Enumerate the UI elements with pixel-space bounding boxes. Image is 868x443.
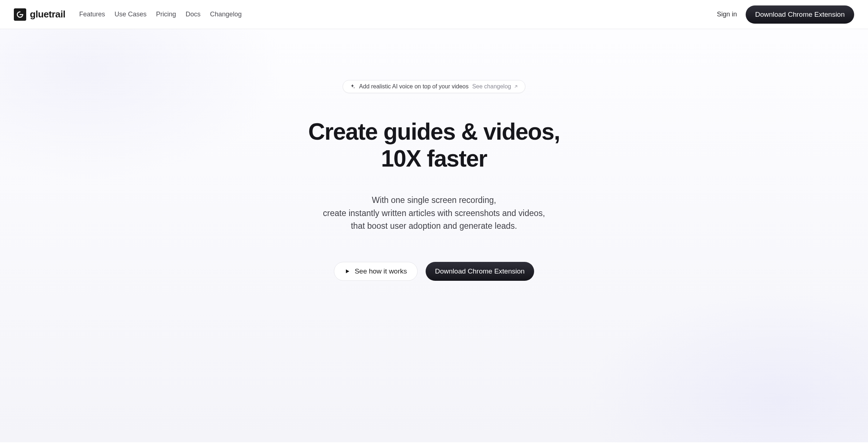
announcement-text: Add realistic AI voice on top of your vi… <box>359 83 469 90</box>
signin-link[interactable]: Sign in <box>717 11 737 18</box>
hero-sub-line3: that boost user adoption and generate le… <box>0 220 868 233</box>
nav-changelog[interactable]: Changelog <box>210 11 242 18</box>
play-icon <box>344 268 350 275</box>
download-extension-button[interactable]: Download Chrome Extension <box>746 5 854 24</box>
announcement-link[interactable]: See changelog <box>472 83 518 90</box>
nav-use-cases[interactable]: Use Cases <box>115 11 147 18</box>
hero-sub-line1: With one single screen recording, <box>0 194 868 207</box>
announcement-link-label: See changelog <box>472 83 511 90</box>
logo-text: gluetrail <box>30 9 66 20</box>
announcement-pill[interactable]: Add realistic AI voice on top of your vi… <box>343 80 525 93</box>
nav-features[interactable]: Features <box>79 11 105 18</box>
see-how-label: See how it works <box>355 267 407 275</box>
arrow-upright-icon <box>513 84 518 89</box>
hero-headline-line1: Create guides & videos, <box>308 119 560 145</box>
logo-link[interactable]: gluetrail <box>14 8 66 21</box>
primary-nav: Features Use Cases Pricing Docs Changelo… <box>79 11 242 18</box>
hero-download-button[interactable]: Download Chrome Extension <box>426 262 534 281</box>
sparkle-icon <box>350 84 355 89</box>
nav-pricing[interactable]: Pricing <box>156 11 176 18</box>
site-header: gluetrail Features Use Cases Pricing Doc… <box>0 0 868 29</box>
hero-section: Add realistic AI voice on top of your vi… <box>0 29 868 442</box>
logo-mark-icon <box>14 8 26 21</box>
see-how-it-works-button[interactable]: See how it works <box>334 262 418 281</box>
nav-docs[interactable]: Docs <box>186 11 201 18</box>
hero-sub-line2: create instantly written articles with s… <box>0 207 868 220</box>
hero-headline-line2: 10X faster <box>0 145 868 172</box>
hero-cta-row: See how it works Download Chrome Extensi… <box>0 262 868 281</box>
hero-headline: Create guides & videos, 10X faster <box>0 119 868 172</box>
hero-subtext: With one single screen recording, create… <box>0 194 868 233</box>
